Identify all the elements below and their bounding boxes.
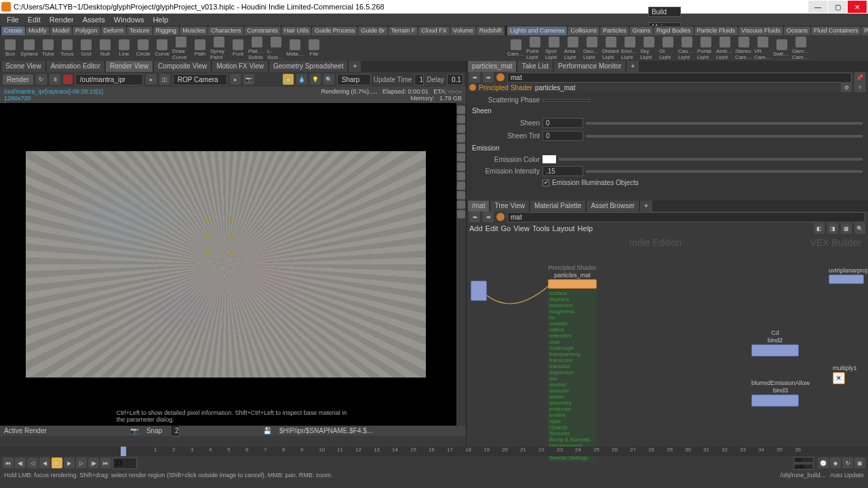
tab-scene-view[interactable]: Scene View bbox=[1, 61, 45, 72]
status-auto-update[interactable]: Auto Update bbox=[830, 472, 864, 479]
shelf-tab[interactable]: Oceans bbox=[784, 26, 810, 35]
node-arrow-icon[interactable]: ▸ bbox=[146, 74, 157, 85]
shelf-tool[interactable]: File bbox=[305, 37, 323, 60]
zoom-icon[interactable]: 🔍 bbox=[323, 74, 334, 85]
node-uvtriplanar[interactable]: uvtriplanarproj... bbox=[829, 267, 868, 284]
loop-icon[interactable]: ↻ bbox=[842, 458, 853, 468]
tab-motionfx[interactable]: Motion FX View bbox=[212, 61, 268, 72]
sheen-tint-slider[interactable] bbox=[586, 135, 863, 138]
viewport[interactable]: Ctrl+Left to show detailed pixel informa… bbox=[0, 103, 466, 426]
camera-field[interactable]: ROP Camera bbox=[173, 74, 227, 85]
shelf-tab[interactable]: Modify bbox=[26, 26, 50, 35]
node-bind3[interactable]: blurredEmissionAllow bind3 bbox=[751, 380, 810, 407]
shelf-tool[interactable]: Null bbox=[96, 37, 114, 60]
pin-icon[interactable]: 📌 bbox=[854, 72, 865, 83]
desk-selector[interactable]: Build bbox=[648, 7, 681, 17]
emission-header[interactable]: Emission bbox=[469, 142, 865, 154]
net-search-icon[interactable]: 🔍 bbox=[854, 223, 865, 234]
shelf-tool[interactable]: Metaball bbox=[286, 37, 304, 60]
vp-tool-1[interactable] bbox=[457, 106, 465, 114]
em-ill-check[interactable]: ✔ bbox=[542, 180, 549, 186]
vp-tool-11[interactable] bbox=[457, 201, 465, 209]
render-button[interactable]: Render bbox=[3, 75, 33, 85]
current-frame-field[interactable] bbox=[113, 458, 137, 469]
first-frame-button[interactable]: ⏮ bbox=[3, 458, 14, 468]
shelf-tool[interactable]: Camera bbox=[507, 37, 525, 60]
active-render-label[interactable]: Active Render bbox=[4, 427, 47, 434]
shelf-tab[interactable]: Lights and Cameras bbox=[507, 26, 568, 35]
gear-icon[interactable]: ⚙ bbox=[841, 82, 852, 93]
vp-tool-10[interactable] bbox=[457, 191, 465, 199]
tab-composite[interactable]: Composite View bbox=[154, 61, 211, 72]
shelf-tab[interactable]: Particle Fluids bbox=[694, 26, 738, 35]
shelf-tab[interactable]: Grains bbox=[629, 26, 653, 35]
shelf-tab[interactable]: Rigging bbox=[153, 26, 180, 35]
shelf-tool[interactable]: Switcher bbox=[773, 37, 791, 60]
shelf-tool[interactable]: Gamepad Camera bbox=[792, 37, 810, 60]
save-icon[interactable]: 💾 bbox=[263, 427, 271, 434]
tab-add-top[interactable]: + bbox=[627, 61, 639, 72]
camera-arrow-icon[interactable]: ▸ bbox=[230, 74, 241, 85]
shelf-tool[interactable]: Spot Light bbox=[545, 37, 563, 60]
shelf-tab[interactable]: Terrain F bbox=[389, 26, 418, 35]
timeline-ruler[interactable]: 1234567891011121314151617181920212223242… bbox=[0, 447, 868, 456]
shelf-tab[interactable]: Deform bbox=[101, 26, 127, 35]
tab-render-view[interactable]: Render View bbox=[106, 61, 153, 72]
net-menu-edit[interactable]: Edit bbox=[486, 224, 498, 232]
sheen-field[interactable]: 0 bbox=[542, 118, 583, 128]
tab-mat[interactable]: /mat bbox=[468, 201, 489, 211]
net-menu-view[interactable]: View bbox=[513, 224, 530, 232]
shelf-tool[interactable]: Sky Light bbox=[640, 37, 658, 60]
em-color-swatch[interactable] bbox=[542, 155, 556, 163]
shelf-tool[interactable]: Curve bbox=[153, 37, 171, 60]
realtime-icon[interactable]: ▣ bbox=[854, 458, 865, 468]
play-back-button[interactable]: ◀ bbox=[39, 458, 50, 468]
net-icon-2[interactable]: ◨ bbox=[827, 223, 838, 234]
net-menu-add[interactable]: Add bbox=[469, 224, 483, 232]
tab-geosheet[interactable]: Geometry Spreadsheet bbox=[269, 61, 347, 72]
network-canvas[interactable]: Indie Edition VEX Builder Principled Sha… bbox=[467, 235, 868, 447]
shelf-tool[interactable]: Circle bbox=[134, 37, 152, 60]
em-int-field[interactable]: .15 bbox=[542, 166, 583, 176]
dropper-icon[interactable]: 💧 bbox=[296, 74, 307, 85]
sheen-header[interactable]: Sheen bbox=[469, 105, 865, 117]
shelf-tab[interactable]: Redshift bbox=[477, 26, 505, 35]
tab-add-bot[interactable]: + bbox=[640, 201, 652, 211]
tab-asset[interactable]: Asset Browser bbox=[587, 201, 638, 211]
net-back-button[interactable]: ⬅ bbox=[469, 211, 480, 222]
shelf-tool[interactable]: Draw Curve bbox=[172, 37, 190, 60]
vp-tool-8[interactable] bbox=[457, 172, 465, 180]
tab-take-list[interactable]: Take List bbox=[517, 61, 552, 72]
key-icon[interactable]: ◆ bbox=[830, 458, 841, 468]
net-forward-button[interactable]: ➡ bbox=[483, 211, 494, 222]
shelf-tool[interactable]: VR Camera bbox=[754, 37, 772, 60]
shelf-tool[interactable]: Tube bbox=[39, 37, 57, 60]
input-node[interactable] bbox=[471, 281, 487, 301]
shelf-tool[interactable]: Caustic Light bbox=[678, 37, 696, 60]
node-particles-mat[interactable]: Principled Shader particles_mat surfaced… bbox=[548, 264, 597, 462]
step-back-button[interactable]: ◁ bbox=[27, 458, 38, 468]
vp-tool-12[interactable] bbox=[457, 210, 465, 218]
shelf-tool[interactable]: Portal Light bbox=[697, 37, 715, 60]
snap-icon-bar[interactable]: 📷 bbox=[130, 427, 138, 434]
shelf-tab[interactable]: Polygon bbox=[73, 26, 100, 35]
em-color-slider[interactable] bbox=[559, 158, 863, 161]
shelf-tool[interactable]: Point Light bbox=[526, 37, 544, 60]
stop-button[interactable] bbox=[63, 75, 73, 84]
shelf-tool[interactable]: Ambient Light bbox=[716, 37, 734, 60]
node-bind2[interactable]: Cd bind2 bbox=[751, 329, 799, 357]
tab-particles-mat[interactable]: particles_mat bbox=[468, 61, 516, 72]
shelf-tool[interactable]: GI Light bbox=[659, 37, 677, 60]
shelf-tool[interactable]: Spray Paint bbox=[210, 37, 228, 60]
menu-help[interactable]: Help bbox=[149, 14, 172, 25]
shelf-tab[interactable]: Populate Containers bbox=[861, 26, 868, 35]
params-path-input[interactable] bbox=[507, 73, 852, 83]
clock-icon[interactable]: 🕘 bbox=[818, 458, 829, 468]
menu-windows[interactable]: Windows bbox=[110, 14, 149, 25]
shelf-tool[interactable]: Geometry Light bbox=[583, 37, 601, 60]
shelf-tool[interactable]: Distant Light bbox=[602, 37, 620, 60]
shelf-tab[interactable]: Characters bbox=[208, 26, 243, 35]
node-name[interactable]: particles_mat bbox=[535, 84, 575, 92]
last-frame-button[interactable]: ⏭ bbox=[100, 458, 111, 468]
playhead[interactable] bbox=[121, 447, 126, 456]
